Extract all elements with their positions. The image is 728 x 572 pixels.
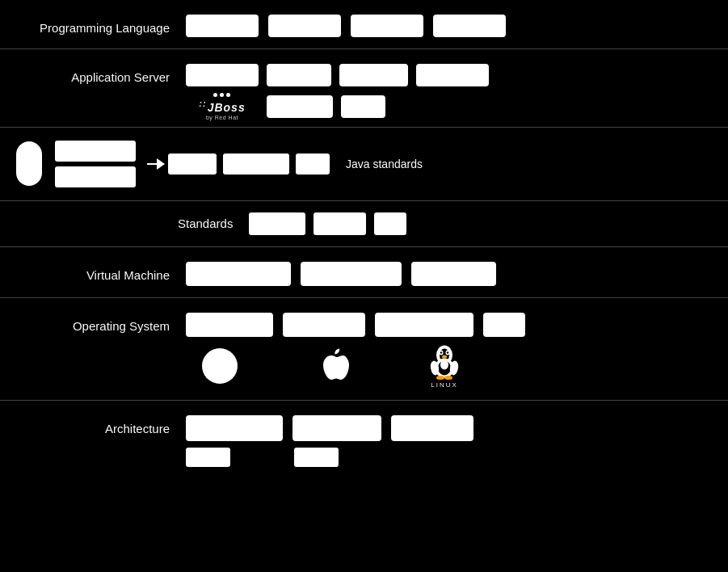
virtual-machine-content bbox=[186, 262, 712, 286]
architecture-content bbox=[186, 415, 473, 467]
vm-box-1[interactable] bbox=[186, 262, 291, 286]
linux-label: LINUX bbox=[431, 381, 458, 389]
std-box-2[interactable] bbox=[314, 212, 366, 235]
standards-label: Standards bbox=[178, 217, 233, 230]
mid-box-2[interactable] bbox=[223, 154, 289, 175]
std-box-1[interactable] bbox=[249, 212, 305, 235]
svg-point-7 bbox=[440, 351, 442, 353]
arrow-connector bbox=[147, 158, 165, 170]
svg-point-8 bbox=[447, 351, 448, 353]
jboss-redhat-label: by Red Hat bbox=[206, 115, 238, 120]
stack-box-2[interactable] bbox=[55, 166, 136, 187]
svg-point-11 bbox=[444, 376, 452, 380]
apple-logo bbox=[318, 346, 349, 386]
application-server-section: Application Server ::JBoss bbox=[0, 49, 728, 128]
pl-box-2[interactable] bbox=[268, 15, 341, 37]
middle-boxes: Java standards bbox=[168, 154, 423, 175]
os-logos-row: LINUX bbox=[202, 343, 459, 389]
arch-row-2 bbox=[186, 448, 473, 467]
svg-point-4 bbox=[440, 360, 448, 369]
as-box-1[interactable] bbox=[186, 64, 259, 86]
svg-point-10 bbox=[436, 376, 444, 380]
arch-main-row: Architecture bbox=[16, 415, 712, 467]
jboss-logo: ::JBoss by Red Hat bbox=[186, 93, 259, 120]
as-box-5[interactable] bbox=[267, 95, 333, 118]
pl-box-3[interactable] bbox=[351, 15, 423, 37]
as-box-4[interactable] bbox=[416, 64, 489, 86]
programming-language-label: Programming Language bbox=[16, 15, 186, 35]
standards-section: Standards bbox=[0, 201, 728, 247]
os-box-2[interactable] bbox=[283, 313, 365, 337]
pl-box-4[interactable] bbox=[433, 15, 506, 37]
programming-language-section: Programming Language bbox=[0, 0, 728, 49]
left-pill bbox=[16, 141, 42, 186]
as-box-2[interactable] bbox=[267, 64, 331, 86]
arch-box-3[interactable] bbox=[391, 415, 473, 441]
application-server-label: Application Server bbox=[16, 64, 186, 84]
os-boxes-row bbox=[186, 313, 712, 337]
stacked-boxes bbox=[55, 141, 136, 187]
arch-box-2[interactable] bbox=[292, 415, 381, 441]
programming-language-content bbox=[186, 15, 712, 37]
os-box-4[interactable] bbox=[483, 313, 525, 337]
application-server-content: ::JBoss by Red Hat bbox=[186, 64, 489, 120]
as-row-2: ::JBoss by Red Hat bbox=[186, 93, 489, 120]
vm-box-2[interactable] bbox=[301, 262, 402, 286]
linux-logo: LINUX bbox=[430, 343, 459, 389]
java-standards-label: Java standards bbox=[346, 158, 423, 170]
java-standards-section: Java standards bbox=[0, 128, 728, 201]
operating-system-label: Operating System bbox=[16, 313, 186, 333]
as-box-3[interactable] bbox=[339, 64, 408, 86]
mid-box-1[interactable] bbox=[168, 154, 217, 175]
arch-row-1 bbox=[186, 415, 473, 441]
std-box-3[interactable] bbox=[374, 212, 406, 235]
arch-sub-box-1[interactable] bbox=[186, 448, 230, 467]
arch-box-1[interactable] bbox=[186, 415, 283, 441]
architecture-label: Architecture bbox=[16, 415, 186, 435]
as-box-6[interactable] bbox=[341, 95, 385, 118]
pl-box-1[interactable] bbox=[186, 15, 259, 37]
svg-point-9 bbox=[442, 355, 447, 358]
os-main-row: Operating System bbox=[16, 313, 712, 337]
circle-logo bbox=[202, 348, 238, 384]
os-box-3[interactable] bbox=[375, 313, 473, 337]
virtual-machine-label: Virtual Machine bbox=[16, 262, 186, 282]
as-row-1 bbox=[186, 64, 489, 86]
mid-box-3[interactable] bbox=[296, 154, 330, 175]
operating-system-section: Operating System bbox=[0, 298, 728, 401]
arch-sub-box-2[interactable] bbox=[294, 448, 339, 467]
virtual-machine-section: Virtual Machine bbox=[0, 247, 728, 298]
stack-box-1[interactable] bbox=[55, 141, 136, 162]
os-box-1[interactable] bbox=[186, 313, 273, 337]
architecture-section: Architecture bbox=[0, 401, 728, 473]
vm-box-3[interactable] bbox=[411, 262, 496, 286]
